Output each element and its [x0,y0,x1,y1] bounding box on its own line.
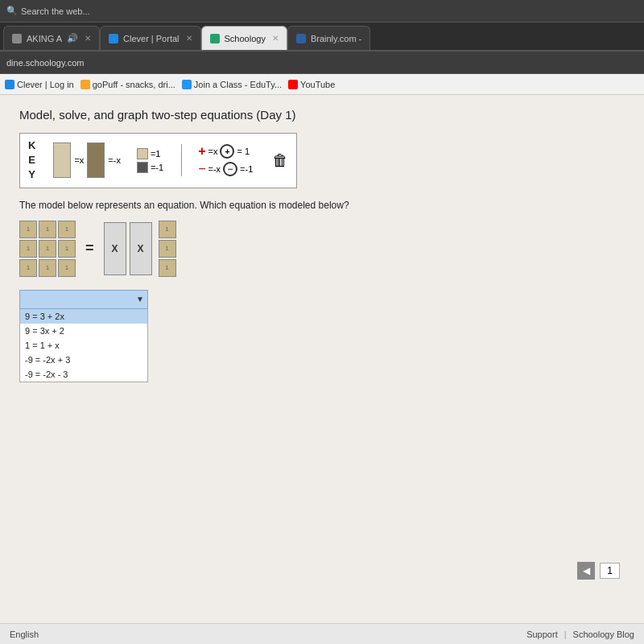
circle-minus-label: =-1 [240,164,253,174]
key-tile-x-label: =x [74,155,84,165]
key-tile-neg-x [87,142,105,178]
left-tile-grid: 1 1 1 1 1 1 1 1 1 [19,221,76,277]
footer-links: Support | Schoology Blog [526,630,634,639]
tile-5: 1 [39,240,56,258]
trash-icon: 🗑 [272,151,288,170]
dropdown-header[interactable]: ▼ [19,290,148,309]
tab-label-schoology: Schoology [225,34,266,43]
tile-4: 1 [19,240,37,258]
x-tile-2: X [130,222,152,275]
bookmark-clever[interactable]: Clever | Log in [5,80,74,89]
page-content: Model, solve, and graph two-step equatio… [0,95,644,623]
tab-favicon-audio [12,34,22,43]
tab-close-clever[interactable]: ✕ [186,34,192,43]
bookmark-label-youtube: YouTube [300,80,335,89]
tab-label-brainly: Brainly.com - [311,34,361,43]
r-tile-2: 1 [159,240,176,258]
tile-9: 1 [58,259,76,277]
minus-x-label: =-x [208,164,221,174]
key-separator [181,144,182,176]
search-icon: 🔍 [6,6,18,16]
tab-favicon-brainly [296,34,306,43]
equation-area: 1 1 1 1 1 1 1 1 1 = X X [19,221,625,277]
dropdown-option-1[interactable]: 9 = 3 + 2x [20,309,147,324]
right-single-tiles: 1 1 1 [159,221,176,277]
blog-link[interactable]: Schoology Blog [573,630,634,639]
key-sq-dark-label: =-1 [151,163,163,172]
circle-minus: − [223,162,237,176]
search-bar: 🔍 Search the web... [0,0,644,23]
key-box: K E Y =x =-x =1 [19,133,297,188]
tile-1: 1 [19,221,37,238]
address-bar[interactable]: dine.schoology.com [0,52,644,74]
equals-sign: = [85,240,94,257]
key-letter-e: E [28,153,35,167]
tab-brainly[interactable]: Brainly.com - [287,26,370,50]
tab-schoology[interactable]: Schoology ✕ [201,26,287,50]
tab-audio[interactable]: AKING A 🔊 ✕ [3,26,100,50]
question-text: The model below represents an equation. … [19,200,625,211]
tile-3: 1 [58,221,76,238]
tab-close-schoology[interactable]: ✕ [272,34,279,43]
search-text[interactable]: Search the web... [21,6,90,16]
tab-label-clever: Clever | Portal [123,34,180,43]
bookmark-label-clever: Clever | Log in [17,80,74,89]
browser-bottom-bar: English Support | Schoology Blog [0,623,644,644]
key-letter-y: Y [28,167,35,182]
bookmark-label-edu: Join a Class - EduTy... [194,80,282,89]
bookmarks-bar: Clever | Log in goPuff - snacks, dri... … [0,74,644,95]
footer-separator: | [564,630,567,639]
address-text: dine.schoology.com [6,58,84,68]
search-area: 🔍 Search the web... [6,6,90,16]
tab-close-audio[interactable]: ✕ [85,34,91,43]
bookmark-favicon-youtube [288,80,298,89]
bookmark-favicon-gopuff [80,80,90,89]
key-sq-light [137,148,148,159]
x-tile-group: X X [104,222,152,275]
tab-clever[interactable]: Clever | Portal ✕ [100,26,201,50]
dropdown-list: 9 = 3 + 2x 9 = 3x + 2 1 = 1 + x -9 = -2x… [19,309,148,382]
r-tile-3: 1 [159,259,176,277]
minus-sign: − [198,162,205,176]
browser-window: 🔍 Search the web... AKING A 🔊 ✕ Clever |… [0,0,644,644]
tab-audio-icon: 🔊 [67,33,78,43]
tab-label-audio: AKING A [27,34,62,43]
plus-sign: + [198,144,205,159]
key-sq-dark [137,162,148,173]
dropdown-option-5[interactable]: -9 = -2x - 3 [20,367,147,382]
key-tile-x [53,142,71,178]
page-number: 1 [600,563,620,579]
tile-6: 1 [58,240,76,258]
dropdown-option-3[interactable]: 1 = 1 + x [20,338,147,353]
trash-area: 🗑 [272,151,288,170]
bookmark-label-gopuff: goPuff - snacks, dri... [93,80,175,89]
content-wrapper: Model, solve, and graph two-step equatio… [0,95,644,644]
dropdown-area: ▼ 9 = 3 + 2x 9 = 3x + 2 1 = 1 + x -9 = -… [19,290,148,309]
tile-2: 1 [39,221,56,238]
plus-x-label: =x [208,147,217,156]
dropdown-option-2[interactable]: 9 = 3x + 2 [20,324,147,338]
x-tile-1: X [104,222,126,275]
tile-7: 1 [19,259,37,277]
tab-bar: AKING A 🔊 ✕ Clever | Portal ✕ Schoology … [0,23,644,52]
page-nav: ◀ 1 [577,562,620,580]
r-tile-1: 1 [159,221,176,238]
tile-8: 1 [39,259,56,277]
tab-favicon-clever [109,34,118,43]
page-title: Model, solve, and graph two-step equatio… [19,108,625,122]
language-label: English [10,630,39,639]
key-letter-k: K [28,138,35,153]
dropdown-arrow-icon: ▼ [136,295,144,303]
circle-plus: + [220,144,234,159]
bookmark-edu[interactable]: Join a Class - EduTy... [182,80,282,89]
circle-plus-label: = 1 [237,147,250,156]
key-tile-neg-x-label: =-x [108,155,121,165]
bookmark-favicon-edu [182,80,192,89]
dropdown-option-4[interactable]: -9 = -2x + 3 [20,353,147,367]
support-link[interactable]: Support [526,630,558,639]
bookmark-youtube[interactable]: YouTube [288,80,335,89]
tab-favicon-schoology [210,34,220,43]
prev-page-button[interactable]: ◀ [577,562,595,580]
key-sq-light-label: =1 [151,149,161,159]
bookmark-gopuff[interactable]: goPuff - snacks, dri... [80,80,175,89]
